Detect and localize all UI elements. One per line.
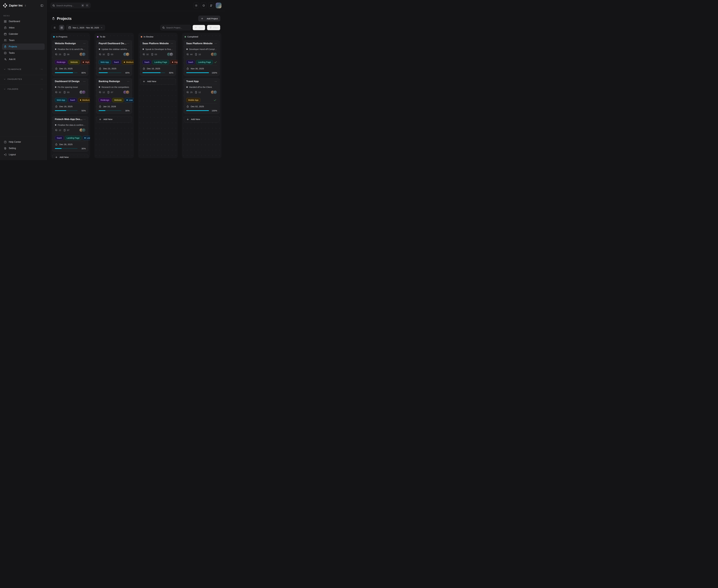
tag-web-app[interactable]: Web App [55,98,67,102]
card-menu-icon[interactable] [127,42,129,45]
tag-saas[interactable]: SaaS [142,60,151,64]
tag-redesign[interactable]: Redesign [55,60,67,64]
tag-saas[interactable]: SaaS [186,60,195,64]
tag-landing-page[interactable]: Landing Page [196,60,213,64]
card-tags-row: SaaSLanding Page [186,60,217,64]
card-menu-icon[interactable] [214,42,217,45]
avatar[interactable] [213,52,217,56]
global-search-input[interactable]: Search Anything... ⌘ K [50,3,90,8]
card-title-row: Banking Redesign [99,80,129,83]
avatar[interactable] [169,52,173,56]
card-menu-icon[interactable] [127,80,129,83]
sidebar-item-team[interactable]: Team [2,37,45,43]
add-project-button[interactable]: Add Project [198,16,220,21]
sidebar-section-row-teamspace[interactable]: TEAMSPACE [2,65,45,74]
card-menu-icon[interactable] [83,118,86,121]
tag-saas[interactable]: SaaS [112,60,121,64]
card-tags-row: SaaSLanding PageHigh [142,60,173,64]
sidebar-section-row-folders[interactable]: FOLDERS [2,85,45,93]
sidebar-item-ask-ai[interactable]: Ask AI [2,56,45,62]
priority-badge[interactable]: High [81,60,90,64]
grid-view-button[interactable] [59,25,64,30]
deadline-icon [55,105,58,108]
avatar[interactable] [213,90,217,94]
workspace-switcher[interactable]: Zapier Inc [0,0,47,11]
section-menu-icon[interactable] [41,88,43,90]
avatar[interactable] [82,128,86,132]
chevron-down-icon [100,26,103,29]
card-meta-row: 2506 [55,52,86,56]
shortcut-k-key: K [86,4,89,7]
column-header: To do [96,35,132,40]
priority-badge[interactable]: Medium [78,98,90,102]
assignee-avatars [211,90,217,94]
add-new-button[interactable]: Add New [96,116,132,123]
sidebar-item-inbox[interactable]: Inbox [2,24,45,31]
project-card-title: Banking Redesign [99,80,127,83]
add-new-label: Add New [147,80,156,83]
chevrons-up-down-icon[interactable] [24,4,27,7]
sidebar-item-projects[interactable]: Projects [2,43,45,50]
tag-redesign[interactable]: Redesign [99,98,111,102]
sidebar-item-logout[interactable]: Logout [2,151,45,158]
sidebar-section-row-favourites[interactable]: FAVOURITES [2,75,45,83]
section-label: FAVOURITES [7,78,22,80]
tag-website[interactable]: Website [112,98,123,102]
avatar[interactable] [82,52,86,56]
notifications-button[interactable] [201,3,206,8]
invite-user-button[interactable] [208,3,214,8]
project-card[interactable]: Payroll Dashboard DesignUpdate the sideb… [96,40,132,76]
priority-badge[interactable]: Low [125,98,134,102]
tag-landing-page[interactable]: Landing Page [152,60,169,64]
project-card[interactable]: Dashboard UI DesignFix the spacing issue… [53,78,88,114]
avatar[interactable] [126,52,129,56]
avatar[interactable] [126,90,129,94]
add-new-button[interactable]: Add New [53,154,88,158]
sidebar-item-setting[interactable]: Setting [2,145,45,151]
add-new-button[interactable]: Add New [140,78,176,85]
avatar[interactable] [82,90,86,94]
priority-badge[interactable]: High [170,60,178,64]
list-view-button[interactable] [52,25,57,30]
profile-avatar[interactable] [216,3,221,8]
sidebar-item-tasks[interactable]: Tasks [2,50,45,56]
project-card[interactable]: Saas Platform WebsiteSpeak to Developer … [140,40,176,76]
filter-button[interactable]: Filter [207,25,220,30]
theme-toggle-button[interactable] [193,3,199,8]
card-menu-icon[interactable] [170,42,173,45]
date-range-picker[interactable]: Nov 1, 2025 - Nov 30, 2025 [66,25,105,30]
plus-icon [186,118,189,121]
add-new-button[interactable]: Add New [184,116,220,123]
project-card-title: Payroll Dashboard Design [99,42,127,45]
sidebar-item-help-center[interactable]: Help Center [2,139,45,145]
sidebar-item-calender[interactable]: Calender [2,31,45,37]
tag-mobile-app[interactable]: Mobile App [186,98,200,102]
project-card[interactable]: Website RedesignFinalize the UI & send i… [53,40,88,76]
card-task-text: Update the sidebar wireframe [102,48,129,50]
tag-landing-page[interactable]: Landing Page [65,136,81,140]
project-card[interactable]: Banking RedesignResearch on the competit… [96,78,132,114]
plus-icon [143,80,145,83]
tag-web-app[interactable]: Web App [99,60,111,64]
priority-badge[interactable]: Medium [122,60,134,64]
deadline-icon [186,67,189,70]
priority-badge[interactable]: Low [83,136,90,140]
card-menu-icon[interactable] [83,42,86,45]
card-menu-icon[interactable] [214,80,217,83]
page-header: Projects Add Project [52,16,220,21]
add-new-label: Add New [103,118,112,121]
section-menu-icon[interactable] [41,68,43,71]
tag-saas[interactable]: SaaS [68,98,77,102]
sidebar-collapse-icon[interactable] [40,4,43,7]
section-menu-icon[interactable] [41,78,43,81]
sort-button[interactable]: Sort [192,25,205,30]
tag-saas[interactable]: SaaS [55,136,64,140]
project-card[interactable]: Saas Platform WebsiteDeveloper Hand-off … [184,40,220,76]
assignee-avatars [123,52,129,56]
project-card[interactable]: Fintech Web-App DesignFinalise the data … [53,116,88,152]
project-search-input[interactable]: Search Project... [160,25,191,30]
card-menu-icon[interactable] [83,80,86,83]
sidebar-item-dashboard[interactable]: Dashboard [2,18,45,24]
tag-website[interactable]: Website [68,60,80,64]
project-card[interactable]: Travel AppHanded off to the Client.2512M… [184,78,220,114]
